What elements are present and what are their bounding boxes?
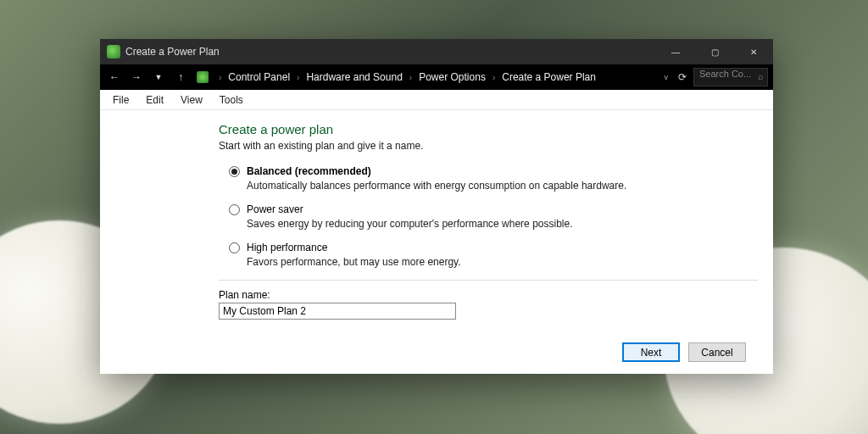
history-dropdown[interactable]: ▼ — [149, 68, 168, 86]
menu-tools[interactable]: Tools — [212, 92, 251, 108]
option-label[interactable]: Power saver — [247, 203, 303, 215]
option-description: Automatically balances performance with … — [247, 180, 758, 192]
window: Create a Power Plan — ▢ ✕ ← → ▼ ↑ › Cont… — [100, 39, 773, 374]
radio-high-performance[interactable] — [229, 242, 240, 253]
option-label[interactable]: High performance — [247, 242, 327, 253]
crumb-hardware-sound[interactable]: Hardware and Sound — [303, 70, 405, 85]
chevron-right-icon: › — [492, 73, 495, 82]
search-input[interactable]: Search Co... ⌕ — [693, 68, 768, 86]
titlebar[interactable]: Create a Power Plan — ▢ ✕ — [100, 39, 773, 64]
option-description: Favors performance, but may use more ene… — [247, 256, 758, 268]
page-subtitle: Start with an existing plan and give it … — [219, 140, 758, 152]
close-button[interactable]: ✕ — [734, 39, 773, 64]
option-description: Saves energy by reducing your computer's… — [247, 218, 758, 230]
option-balanced: Balanced (recommended) Automatically bal… — [229, 165, 758, 192]
crumb-create-plan[interactable]: Create a Power Plan — [498, 70, 599, 85]
app-icon — [107, 45, 120, 58]
chevron-right-icon: › — [219, 73, 221, 82]
menu-view[interactable]: View — [173, 92, 210, 108]
radio-balanced[interactable] — [229, 166, 240, 177]
next-button[interactable]: Next — [622, 342, 680, 362]
chevron-right-icon: › — [297, 73, 299, 82]
cancel-button[interactable]: Cancel — [688, 342, 746, 362]
divider — [219, 280, 758, 281]
breadcrumb: › Control Panel › Hardware and Sound › P… — [219, 70, 658, 85]
menubar: File Edit View Tools — [100, 90, 773, 110]
back-button[interactable]: ← — [105, 68, 124, 86]
window-title: Create a Power Plan — [125, 46, 656, 58]
option-label[interactable]: Balanced (recommended) — [247, 165, 371, 177]
maximize-button[interactable]: ▢ — [695, 39, 734, 64]
content: Create a power plan Start with an existi… — [100, 110, 773, 336]
address-dropdown[interactable]: v — [661, 73, 672, 81]
plan-name-input[interactable] — [219, 303, 456, 320]
page-heading: Create a power plan — [219, 122, 758, 136]
up-button[interactable]: ↑ — [171, 68, 190, 86]
menu-file[interactable]: File — [105, 92, 136, 108]
refresh-button[interactable]: ⟳ — [675, 71, 690, 83]
forward-button[interactable]: → — [127, 68, 146, 86]
minimize-button[interactable]: — — [656, 39, 695, 64]
location-icon — [193, 68, 212, 86]
option-power-saver: Power saver Saves energy by reducing you… — [229, 203, 758, 230]
footer: Next Cancel — [100, 336, 773, 374]
crumb-control-panel[interactable]: Control Panel — [225, 70, 293, 85]
crumb-power-options[interactable]: Power Options — [415, 70, 489, 85]
window-controls: — ▢ ✕ — [656, 39, 773, 64]
chevron-right-icon: › — [409, 73, 412, 82]
radio-power-saver[interactable] — [229, 204, 240, 215]
search-placeholder: Search Co... — [699, 69, 751, 79]
search-icon: ⌕ — [758, 71, 764, 81]
option-high-performance: High performance Favors performance, but… — [229, 242, 758, 268]
navbar: ← → ▼ ↑ › Control Panel › Hardware and S… — [100, 64, 773, 90]
menu-edit[interactable]: Edit — [138, 92, 171, 108]
plan-name-label: Plan name: — [219, 289, 758, 301]
